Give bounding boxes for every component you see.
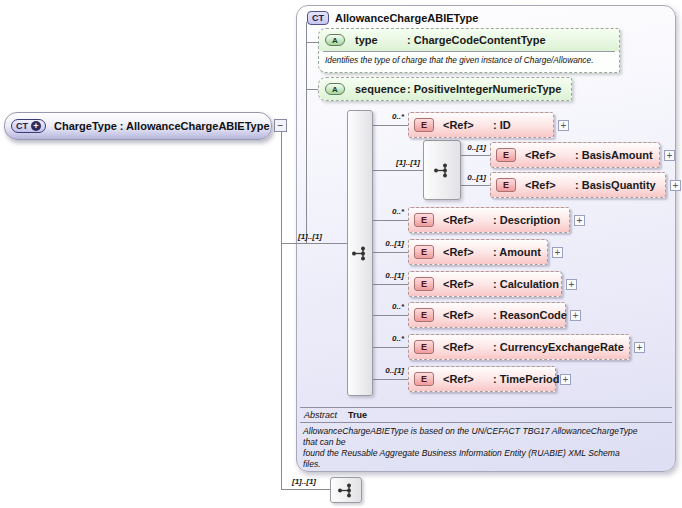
element-ref: <Ref>: [443, 309, 493, 321]
abstract-divider-bottom: [300, 422, 672, 423]
attribute-type-title: A type : ChargeCodeContentType: [319, 29, 619, 51]
root-content-cardinality: [1]..[1]: [292, 477, 328, 487]
root-child-connector-line: [281, 132, 282, 490]
panel-attributes-connector-line: [306, 22, 307, 243]
element-name: : ID: [493, 119, 511, 131]
abstract-value: True: [348, 410, 367, 420]
cardinality-id: 0..*: [374, 112, 404, 122]
cardinality-reasoncode: 0..*: [374, 302, 404, 312]
root-sequence-compositor[interactable]: [330, 477, 362, 503]
element-currencyexchangerate[interactable]: E <Ref> : CurrencyExchangeRate +: [408, 334, 630, 360]
root-type-label: ChargeType : AllowanceChargeABIEType: [54, 120, 270, 132]
attribute-name: type: [355, 34, 407, 46]
element-name: : CurrencyExchangeRate: [493, 341, 624, 353]
expand-button[interactable]: +: [664, 150, 675, 161]
element-icon: E: [414, 308, 434, 322]
element-ref: <Ref>: [525, 179, 575, 191]
attribute-sequence-node[interactable]: A sequence : PositiveIntegerNumericType: [318, 77, 572, 101]
attribute-datatype: : PositiveIntegerNumericType: [407, 83, 561, 95]
element-reasoncode[interactable]: E <Ref> : ReasonCode +: [408, 302, 566, 328]
sequence-compositor[interactable]: [347, 110, 373, 396]
element-ref: <Ref>: [525, 149, 575, 161]
cardinality-amount: 0..[1]: [370, 239, 404, 249]
element-basisquantity[interactable]: E <Ref> : BasisQuantity +: [490, 172, 666, 198]
expand-button[interactable]: +: [560, 374, 571, 385]
expand-button[interactable]: +: [566, 279, 577, 290]
currencyexchangerate-connector-line: [373, 347, 408, 348]
reasoncode-connector-line: [373, 315, 408, 316]
expand-button[interactable]: +: [570, 310, 581, 321]
cardinality-description: 0..*: [374, 207, 404, 217]
type-annotation: AllowanceChargeABIEType is based on the …: [303, 426, 671, 470]
panel-title: AllowanceChargeABIEType: [335, 12, 478, 24]
amount-connector-line: [373, 252, 408, 253]
element-icon: E: [496, 148, 516, 162]
element-name: : Calculation: [493, 278, 559, 290]
element-ref: <Ref>: [443, 278, 493, 290]
element-name: : BasisQuantity: [575, 179, 656, 191]
basisquantity-connector-line: [461, 185, 490, 186]
root-type-node[interactable]: CT+ ChargeType : AllowanceChargeABIEType: [4, 112, 272, 140]
basisamount-connector-line: [461, 155, 490, 156]
element-id[interactable]: E <Ref> : ID +: [408, 112, 554, 138]
element-icon: E: [414, 245, 434, 259]
element-icon: E: [414, 118, 434, 132]
element-name: : TimePeriod: [493, 373, 559, 385]
element-ref: <Ref>: [443, 341, 493, 353]
cardinality-calculation: 0..[1]: [370, 271, 404, 281]
collapse-toggle[interactable]: −: [274, 119, 287, 132]
element-name: : Amount: [493, 246, 541, 258]
element-ref: <Ref>: [443, 119, 493, 131]
timeperiod-connector-line: [373, 379, 408, 380]
element-ref: <Ref>: [443, 246, 493, 258]
sequence-icon: [337, 483, 355, 498]
complex-type-derived-icon: CT+: [11, 119, 46, 133]
group-connector-line: [373, 170, 423, 171]
element-name: : BasisAmount: [575, 149, 653, 161]
attribute-type-node[interactable]: A type : ChargeCodeContentType Identifie…: [318, 28, 620, 73]
root-sequence-connector-line: [281, 489, 332, 490]
group-cardinality: [1]..[1]: [376, 158, 420, 168]
attribute-annotation: Identifies the type of charge that the g…: [319, 52, 619, 65]
cardinality-currencyexchangerate: 0..*: [374, 334, 404, 344]
abstract-label: Abstract: [304, 410, 337, 420]
element-icon: E: [414, 213, 434, 227]
cardinality-basisamount: 0..[1]: [440, 143, 486, 153]
cardinality-timeperiod: 0..[1]: [370, 366, 404, 376]
expand-button[interactable]: +: [634, 342, 645, 353]
element-name: : ReasonCode: [493, 309, 567, 321]
attribute-name: sequence: [355, 83, 407, 95]
element-icon: E: [414, 372, 434, 386]
attribute-datatype: : ChargeCodeContentType: [407, 34, 546, 46]
attribute-icon: A: [325, 83, 345, 95]
sequence-attr-connector-line: [306, 89, 318, 90]
element-basisamount[interactable]: E <Ref> : BasisAmount +: [490, 142, 660, 168]
element-calculation[interactable]: E <Ref> : Calculation +: [408, 271, 562, 297]
element-amount[interactable]: E <Ref> : Amount +: [408, 239, 548, 265]
element-icon: E: [414, 340, 434, 354]
xsd-diagram-canvas: CT AllowanceChargeABIEType CT+ ChargeTyp…: [0, 0, 682, 508]
element-description[interactable]: E <Ref> : Description +: [408, 207, 570, 233]
panel-sequence-connector-line: [281, 243, 347, 244]
attribute-sequence-title: A sequence : PositiveIntegerNumericType: [319, 78, 571, 100]
description-connector-line: [373, 220, 408, 221]
complex-type-icon: CT: [307, 11, 329, 25]
expand-button[interactable]: +: [552, 247, 563, 258]
attribute-icon: A: [325, 34, 345, 46]
element-ref: <Ref>: [443, 214, 493, 226]
type-attr-connector-line: [306, 42, 318, 43]
expand-button[interactable]: +: [574, 215, 585, 226]
sequence-icon: [351, 246, 369, 261]
abstract-divider-top: [300, 407, 672, 408]
expand-button[interactable]: +: [558, 120, 569, 131]
cardinality-basisquantity: 0..[1]: [440, 173, 486, 183]
expand-button[interactable]: +: [670, 180, 681, 191]
element-ref: <Ref>: [443, 373, 493, 385]
element-icon: E: [496, 178, 516, 192]
element-timeperiod[interactable]: E <Ref> : TimePeriod +: [408, 366, 556, 392]
sequence-cardinality: [1]..[1]: [298, 232, 334, 242]
id-connector-line: [373, 125, 408, 126]
element-icon: E: [414, 277, 434, 291]
calculation-connector-line: [373, 284, 408, 285]
plus-circle-icon: +: [31, 121, 41, 131]
